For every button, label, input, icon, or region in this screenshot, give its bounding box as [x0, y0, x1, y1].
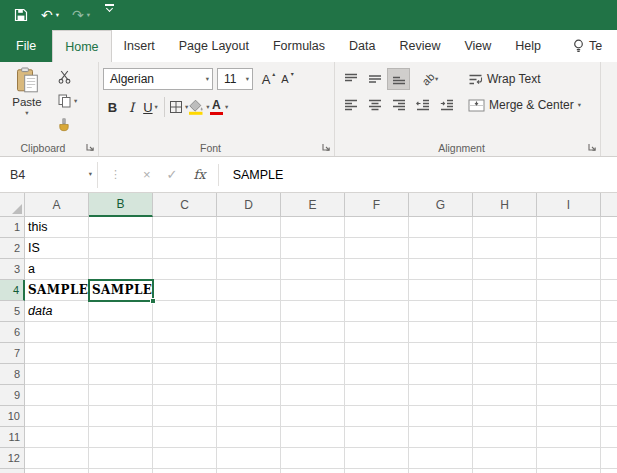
cell-C6[interactable]	[153, 322, 217, 343]
name-box[interactable]: B4 ▾	[0, 162, 98, 188]
cell-J10[interactable]	[601, 406, 617, 427]
cell-I8[interactable]	[537, 364, 601, 385]
cell-H5[interactable]	[473, 301, 537, 322]
cell-F8[interactable]	[345, 364, 409, 385]
cell-D2[interactable]	[217, 238, 281, 259]
cell-H13[interactable]	[473, 469, 537, 473]
dropdown-icon[interactable]: ▾	[56, 12, 59, 19]
wrap-text-button[interactable]: Wrap Text	[465, 72, 544, 86]
cell-A7[interactable]	[25, 343, 89, 364]
cell-A4[interactable]: SAMPLE	[25, 280, 89, 301]
underline-button[interactable]: U ▾	[141, 96, 160, 118]
cell-A1[interactable]: this	[25, 217, 89, 238]
middle-align-button[interactable]	[363, 68, 386, 90]
increase-indent-button[interactable]	[435, 94, 458, 116]
column-header-H[interactable]: H	[473, 193, 537, 217]
cell-D5[interactable]	[217, 301, 281, 322]
cell-C4[interactable]	[153, 280, 217, 301]
cell-H12[interactable]	[473, 448, 537, 469]
column-header-I[interactable]: I	[537, 193, 601, 217]
cell-E2[interactable]	[281, 238, 345, 259]
top-align-button[interactable]	[339, 68, 362, 90]
customize-quick-access-button[interactable]	[99, 4, 120, 26]
align-left-button[interactable]	[339, 94, 362, 116]
center-button[interactable]	[363, 94, 386, 116]
column-header-B[interactable]: B	[89, 193, 153, 217]
column-header-A[interactable]: A	[25, 193, 89, 217]
redo-button[interactable]: ↷ ▾	[68, 4, 94, 26]
alignment-dialog-launcher[interactable]	[587, 142, 597, 152]
save-button[interactable]	[10, 4, 32, 26]
tab-data[interactable]: Data	[337, 30, 387, 62]
cell-C5[interactable]	[153, 301, 217, 322]
tab-file[interactable]: File	[0, 30, 52, 62]
cell-H6[interactable]	[473, 322, 537, 343]
tab-formulas[interactable]: Formulas	[261, 30, 337, 62]
cell-J1[interactable]	[601, 217, 617, 238]
column-header-E[interactable]: E	[281, 193, 345, 217]
cell-I4[interactable]	[537, 280, 601, 301]
cell-G10[interactable]	[409, 406, 473, 427]
cell-H2[interactable]	[473, 238, 537, 259]
select-all-button[interactable]	[0, 193, 25, 217]
row-header-10[interactable]: 10	[0, 406, 25, 427]
cell-H9[interactable]	[473, 385, 537, 406]
cell-D3[interactable]	[217, 259, 281, 280]
cell-F11[interactable]	[345, 427, 409, 448]
cell-D7[interactable]	[217, 343, 281, 364]
cell-I5[interactable]	[537, 301, 601, 322]
cell-J8[interactable]	[601, 364, 617, 385]
tab-insert[interactable]: Insert	[112, 30, 167, 62]
cell-A11[interactable]	[25, 427, 89, 448]
cell-E7[interactable]	[281, 343, 345, 364]
row-header-2[interactable]: 2	[0, 238, 25, 259]
cell-E12[interactable]	[281, 448, 345, 469]
cell-B11[interactable]	[89, 427, 153, 448]
cell-E13[interactable]	[281, 469, 345, 473]
cell-E4[interactable]	[281, 280, 345, 301]
insert-function-button[interactable]: fx	[186, 167, 214, 182]
cell-C3[interactable]	[153, 259, 217, 280]
cell-A8[interactable]	[25, 364, 89, 385]
cell-G6[interactable]	[409, 322, 473, 343]
cell-F1[interactable]	[345, 217, 409, 238]
row-header-11[interactable]: 11	[0, 427, 25, 448]
italic-button[interactable]: I	[122, 96, 141, 118]
cell-H8[interactable]	[473, 364, 537, 385]
cell-I6[interactable]	[537, 322, 601, 343]
cell-D4[interactable]	[217, 280, 281, 301]
cell-F9[interactable]	[345, 385, 409, 406]
cell-A9[interactable]	[25, 385, 89, 406]
column-header-J[interactable]: J	[601, 193, 617, 217]
orientation-button[interactable]: ab ▾	[415, 68, 445, 90]
cell-F2[interactable]	[345, 238, 409, 259]
cell-B12[interactable]	[89, 448, 153, 469]
cell-D13[interactable]	[217, 469, 281, 473]
dropdown-icon[interactable]: ▾	[243, 76, 249, 83]
cell-D6[interactable]	[217, 322, 281, 343]
cell-C12[interactable]	[153, 448, 217, 469]
cell-E3[interactable]	[281, 259, 345, 280]
cell-E1[interactable]	[281, 217, 345, 238]
increase-font-size-button[interactable]: A▴	[259, 68, 278, 90]
cell-H7[interactable]	[473, 343, 537, 364]
cell-F3[interactable]	[345, 259, 409, 280]
cell-B10[interactable]	[89, 406, 153, 427]
cell-I13[interactable]	[537, 469, 601, 473]
font-name-combo[interactable]: Algerian ▾	[103, 68, 213, 90]
cell-G2[interactable]	[409, 238, 473, 259]
cell-C9[interactable]	[153, 385, 217, 406]
enter-button[interactable]: ✓	[159, 167, 186, 182]
cell-G7[interactable]	[409, 343, 473, 364]
cell-A3[interactable]: a	[25, 259, 89, 280]
clipboard-dialog-launcher[interactable]	[85, 142, 95, 152]
cell-C10[interactable]	[153, 406, 217, 427]
row-header-9[interactable]: 9	[0, 385, 25, 406]
formula-input[interactable]: SAMPLE	[223, 168, 284, 182]
cell-G12[interactable]	[409, 448, 473, 469]
cell-C2[interactable]	[153, 238, 217, 259]
cell-B8[interactable]	[89, 364, 153, 385]
format-painter-button[interactable]	[55, 113, 80, 137]
cell-C11[interactable]	[153, 427, 217, 448]
column-header-C[interactable]: C	[153, 193, 217, 217]
